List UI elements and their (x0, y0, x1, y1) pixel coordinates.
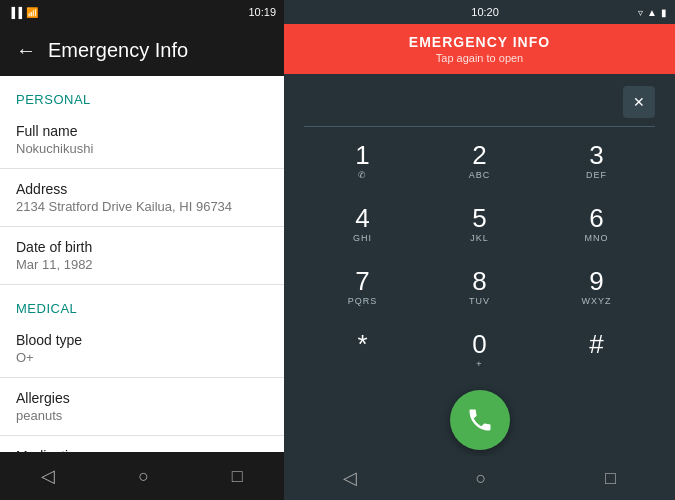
key-0[interactable]: 0 + (421, 319, 538, 382)
status-bar-left: ▐▐ 📶 10:19 (0, 0, 284, 24)
key-9[interactable]: 9 WXYZ (538, 257, 655, 320)
header: ← Emergency Info (0, 24, 284, 76)
field-address[interactable]: Address 2134 Stratford Drive Kailua, HI … (0, 169, 284, 227)
key-6-letters: MNO (585, 233, 609, 245)
key-1-number: 1 (355, 142, 369, 168)
key-1-letters: ✆ (358, 170, 367, 182)
section-personal: Personal (0, 76, 284, 111)
emergency-banner[interactable]: EMERGENCY INFO Tap again to open (284, 24, 675, 74)
pause-icon: ▐▐ (8, 7, 22, 18)
nav-bar-right: ◁ ○ □ (284, 456, 675, 500)
dialer-area: ✕ 1 ✆ 2 ABC 3 DEF 4 GHI (284, 74, 675, 456)
status-bar-right: 10:20 ▿ ▲ ▮ (284, 0, 675, 24)
field-bloodtype[interactable]: Blood type O+ (0, 320, 284, 378)
page-title: Emergency Info (48, 39, 188, 62)
key-7[interactable]: 7 PQRS (304, 257, 421, 320)
field-medications[interactable]: Medications aspirin (0, 436, 284, 452)
value-bloodtype: O+ (16, 350, 268, 365)
phone-call-icon (466, 406, 494, 434)
wifi-icon-right: ▿ (638, 7, 643, 18)
key-0-letters: + (476, 359, 482, 371)
key-2[interactable]: 2 ABC (421, 131, 538, 194)
nav-bar-left: ◁ ○ □ (0, 452, 284, 500)
call-button[interactable] (450, 390, 510, 450)
status-icons-left: ▐▐ 📶 (8, 7, 38, 18)
display-row: ✕ (284, 82, 675, 122)
label-allergies: Allergies (16, 390, 268, 406)
key-5[interactable]: 5 JKL (421, 194, 538, 257)
key-8[interactable]: 8 TUV (421, 257, 538, 320)
key-star[interactable]: * (304, 319, 421, 382)
key-hash-number: # (589, 331, 603, 357)
signal-icon-right: ▲ (647, 7, 657, 18)
key-8-number: 8 (472, 268, 486, 294)
key-4-number: 4 (355, 205, 369, 231)
label-bloodtype: Blood type (16, 332, 268, 348)
key-3[interactable]: 3 DEF (538, 131, 655, 194)
status-time-right: 10:20 (471, 6, 499, 18)
key-7-number: 7 (355, 268, 369, 294)
nav-recent-left[interactable]: □ (232, 466, 243, 487)
dialer-divider (304, 126, 656, 127)
key-4-letters: GHI (353, 233, 372, 245)
value-address: 2134 Stratford Drive Kailua, HI 96734 (16, 199, 268, 214)
key-6-number: 6 (589, 205, 603, 231)
key-7-letters: PQRS (348, 296, 378, 308)
field-dob[interactable]: Date of birth Mar 11, 1982 (0, 227, 284, 285)
left-panel: ▐▐ 📶 10:19 ← Emergency Info Personal Ful… (0, 0, 284, 500)
key-6[interactable]: 6 MNO (538, 194, 655, 257)
back-button[interactable]: ← (16, 39, 36, 62)
key-9-number: 9 (589, 268, 603, 294)
key-9-letters: WXYZ (582, 296, 612, 308)
nav-home-right[interactable]: ○ (476, 468, 487, 489)
field-fullname[interactable]: Full name Nokuchikushi (0, 111, 284, 169)
key-5-letters: JKL (470, 233, 489, 245)
keypad: 1 ✆ 2 ABC 3 DEF 4 GHI 5 JKL 6 MNO (284, 131, 675, 382)
key-8-letters: TUV (469, 296, 490, 308)
label-address: Address (16, 181, 268, 197)
battery-icon-right: ▮ (661, 7, 667, 18)
key-3-number: 3 (589, 142, 603, 168)
label-dob: Date of birth (16, 239, 268, 255)
key-2-number: 2 (472, 142, 486, 168)
section-medical: Medical (0, 285, 284, 320)
call-btn-row (450, 382, 510, 456)
status-time-left: 10:19 (248, 6, 276, 18)
label-fullname: Full name (16, 123, 268, 139)
backspace-button[interactable]: ✕ (623, 86, 655, 118)
key-star-number: * (357, 331, 367, 357)
emergency-banner-subtitle: Tap again to open (300, 52, 659, 64)
content-area: Personal Full name Nokuchikushi Address … (0, 76, 284, 452)
value-allergies: peanuts (16, 408, 268, 423)
key-1[interactable]: 1 ✆ (304, 131, 421, 194)
right-panel: 10:20 ▿ ▲ ▮ EMERGENCY INFO Tap again to … (284, 0, 675, 500)
emergency-banner-title: EMERGENCY INFO (300, 34, 659, 50)
value-fullname: Nokuchikushi (16, 141, 268, 156)
key-0-number: 0 (472, 331, 486, 357)
field-allergies[interactable]: Allergies peanuts (0, 378, 284, 436)
key-5-number: 5 (472, 205, 486, 231)
value-dob: Mar 11, 1982 (16, 257, 268, 272)
key-4[interactable]: 4 GHI (304, 194, 421, 257)
status-icons-right: ▿ ▲ ▮ (638, 7, 667, 18)
backspace-icon: ✕ (633, 94, 645, 110)
nav-home-left[interactable]: ○ (138, 466, 149, 487)
nav-back-right[interactable]: ◁ (343, 467, 357, 489)
nav-back-left[interactable]: ◁ (41, 465, 55, 487)
phone-icon-left: 📶 (26, 7, 38, 18)
key-2-letters: ABC (469, 170, 491, 182)
nav-recent-right[interactable]: □ (605, 468, 616, 489)
key-hash[interactable]: # (538, 319, 655, 382)
key-3-letters: DEF (586, 170, 607, 182)
